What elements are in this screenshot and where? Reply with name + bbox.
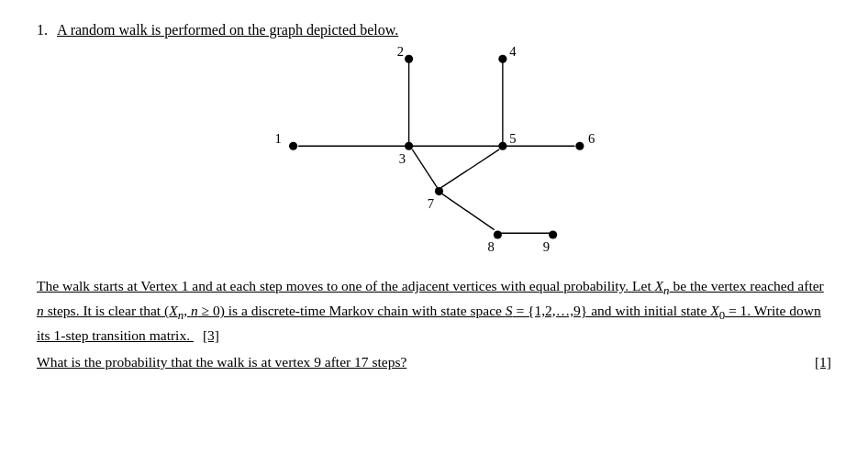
node-9 [549,230,557,238]
mark-1: [3] [203,327,219,343]
node-label-6: 6 [588,131,595,146]
mark-2: [1] [815,354,831,370]
question-title: A random walk is performed on the graph … [57,22,398,38]
svg-line-3 [412,149,437,188]
node-label-5: 5 [509,131,516,146]
node-label-9: 9 [543,239,550,254]
node-5 [498,142,506,150]
graph-diagram: 1 2 3 4 5 6 7 8 9 [241,39,627,259]
node-label-8: 8 [487,239,494,254]
question-header: 1. A random walk is performed on the gra… [37,22,831,39]
node-8 [494,230,502,238]
description-paragraph: The walk starts at Vertex 1 and at each … [37,275,831,347]
svg-line-6 [440,149,499,188]
node-3 [405,142,413,150]
node-1 [289,142,297,150]
node-label-3: 3 [399,151,406,166]
node-label-2: 2 [397,44,404,59]
question-2-line: What is the probability that the walk is… [37,354,831,370]
node-label-4: 4 [509,44,517,59]
graph-svg: 1 2 3 4 5 6 7 8 9 [241,39,627,259]
svg-line-7 [440,193,494,229]
node-6 [575,142,584,150]
node-2 [405,55,413,63]
node-label-7: 7 [428,196,434,211]
node-7 [435,187,443,195]
node-4 [498,55,506,63]
question-2-text: What is the probability that the walk is… [37,354,406,370]
question-number: 1. [37,22,48,38]
node-label-1: 1 [275,131,282,146]
